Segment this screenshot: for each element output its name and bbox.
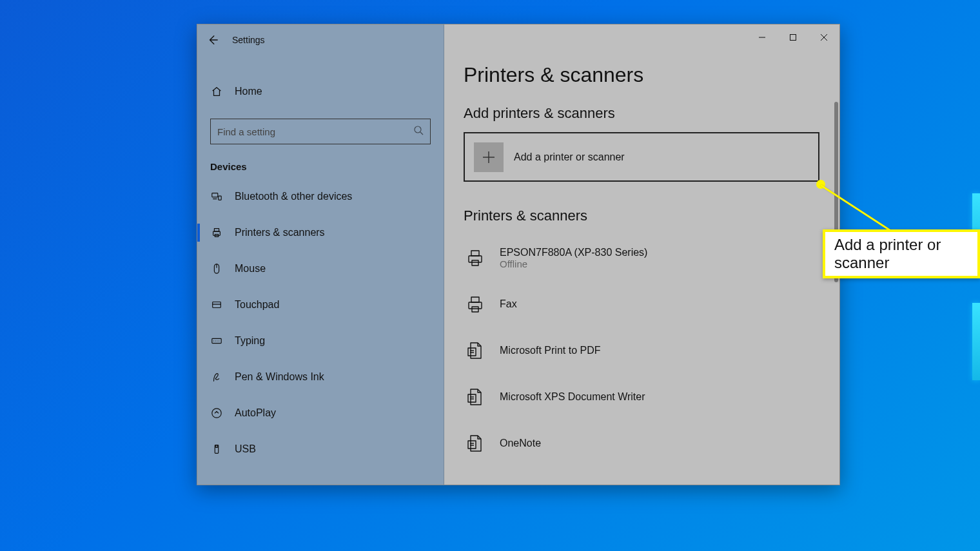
printer-name: Microsoft Print to PDF	[500, 345, 600, 356]
sidebar-item-icon	[210, 443, 223, 455]
close-button[interactable]	[808, 24, 839, 50]
sidebar-item-typing[interactable]: Typing	[197, 323, 444, 359]
sidebar: Settings Home Devices Bluetooth & other …	[197, 24, 444, 485]
sidebar-section-header: Devices	[197, 144, 444, 179]
settings-window: Settings Home Devices Bluetooth & other …	[197, 24, 840, 485]
svg-rect-6	[212, 193, 218, 197]
sidebar-item-icon	[210, 335, 223, 347]
printer-name: EPSON7F880A (XP-830 Series)	[500, 247, 647, 258]
window-title: Settings	[232, 35, 265, 45]
printer-item[interactable]: Microsoft Print to PDF	[464, 327, 839, 374]
svg-rect-23	[216, 445, 218, 448]
svg-point-21	[212, 409, 221, 418]
titlebar: Settings	[197, 24, 444, 55]
plus-icon	[474, 142, 504, 172]
desktop-accent	[972, 303, 980, 380]
sidebar-item-label: Bluetooth & other devices	[235, 191, 352, 202]
sidebar-item-autoplay[interactable]: AutoPlay	[197, 395, 444, 431]
nav-home-label: Home	[235, 86, 262, 97]
printer-name: Microsoft XPS Document Writer	[500, 391, 645, 403]
printer-item[interactable]: OneNote	[464, 420, 839, 467]
search-icon	[413, 125, 424, 138]
sidebar-item-touchpad[interactable]: Touchpad	[197, 287, 444, 323]
document-icon	[464, 387, 487, 407]
svg-rect-7	[219, 196, 222, 200]
maximize-button[interactable]	[778, 24, 808, 50]
sidebar-item-icon	[210, 407, 223, 419]
add-printer-label: Add a printer or scanner	[514, 151, 625, 163]
sidebar-item-label: Typing	[235, 335, 265, 347]
svg-rect-32	[468, 348, 476, 356]
content-pane: Printers & scanners Add printers & scann…	[444, 24, 839, 485]
sidebar-item-mouse[interactable]: Mouse	[197, 251, 444, 287]
svg-rect-10	[214, 229, 219, 232]
printer-item[interactable]: Microsoft XPS Document Writer	[464, 374, 839, 420]
document-icon	[464, 434, 487, 453]
svg-line-5	[420, 132, 423, 135]
back-button[interactable]	[197, 24, 228, 55]
add-printer-button[interactable]: Add a printer or scanner	[464, 132, 819, 182]
search-box[interactable]	[210, 119, 431, 144]
sidebar-item-pen-windows-ink[interactable]: Pen & Windows Ink	[197, 359, 444, 395]
printer-item[interactable]: EPSON7F880A (XP-830 Series)Offline	[464, 235, 839, 281]
minimize-button[interactable]	[747, 24, 778, 50]
svg-rect-29	[469, 302, 482, 309]
printers-section-header: Printers & scanners	[464, 208, 839, 224]
svg-rect-27	[471, 251, 479, 256]
svg-rect-38	[468, 441, 476, 449]
sidebar-item-printers-scanners[interactable]: Printers & scanners	[197, 215, 444, 251]
callout-text: Add a printer or scanner	[834, 236, 941, 271]
svg-rect-26	[469, 256, 482, 262]
sidebar-item-usb[interactable]: USB	[197, 431, 444, 467]
sidebar-item-label: Touchpad	[235, 299, 279, 311]
svg-rect-1	[790, 35, 796, 41]
window-controls	[747, 24, 839, 50]
callout-box: Add a printer or scanner	[823, 229, 980, 278]
svg-rect-28	[472, 260, 478, 266]
sidebar-item-label: Printers & scanners	[235, 227, 325, 238]
sidebar-item-bluetooth-other-devices[interactable]: Bluetooth & other devices	[197, 179, 444, 215]
svg-rect-14	[213, 302, 221, 308]
search-input[interactable]	[217, 126, 413, 137]
printer-name: OneNote	[500, 438, 541, 449]
document-icon	[464, 341, 487, 360]
svg-rect-9	[213, 231, 220, 235]
printer-name: Fax	[500, 298, 517, 310]
sidebar-item-icon	[210, 371, 223, 383]
sidebar-item-label: Pen & Windows Ink	[235, 371, 324, 383]
add-section-header: Add printers & scanners	[464, 105, 839, 122]
sidebar-item-label: Mouse	[235, 263, 266, 275]
sidebar-item-label: USB	[235, 443, 256, 455]
sidebar-item-icon	[210, 299, 223, 311]
svg-point-4	[415, 126, 421, 133]
printer-status: Offline	[500, 258, 647, 269]
sidebar-item-icon	[210, 191, 223, 202]
printer-item[interactable]: Fax	[464, 281, 839, 327]
nav-home[interactable]: Home	[197, 76, 444, 107]
page-title: Printers & scanners	[464, 63, 839, 87]
printer-icon	[464, 248, 487, 267]
sidebar-item-label: AutoPlay	[235, 407, 276, 419]
printer-icon	[464, 295, 487, 314]
sidebar-item-icon	[210, 263, 223, 275]
svg-rect-35	[468, 394, 476, 402]
svg-rect-31	[472, 307, 478, 312]
sidebar-item-icon	[210, 227, 223, 238]
svg-rect-30	[471, 297, 479, 302]
home-icon	[210, 86, 223, 97]
